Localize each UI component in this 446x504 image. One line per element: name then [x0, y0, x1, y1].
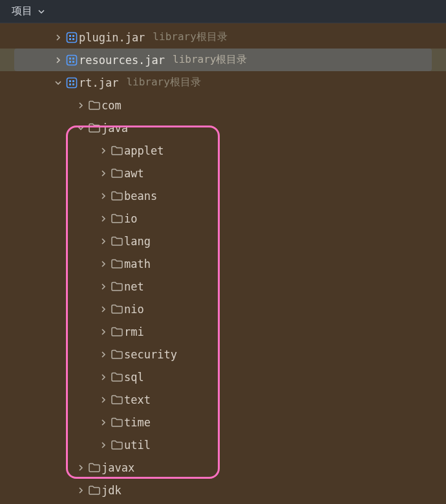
chevron-right-icon[interactable]: [97, 396, 110, 404]
folder-icon: [110, 281, 124, 292]
folder-icon: [110, 214, 124, 224]
folder-icon: [110, 304, 124, 314]
folder-icon: [87, 485, 101, 496]
chevron-right-icon[interactable]: [97, 147, 110, 155]
folder-icon: [110, 259, 124, 269]
chevron-right-icon[interactable]: [97, 419, 110, 426]
tree-row-plugin-jar[interactable]: plugin.jar library根目录: [0, 26, 446, 49]
jar-hint: library根目录: [126, 76, 200, 89]
panel-header[interactable]: 项目: [0, 0, 446, 23]
svg-rect-9: [72, 61, 74, 63]
tree-row-awt[interactable]: awt: [0, 162, 446, 184]
chevron-right-icon[interactable]: [97, 305, 110, 313]
chevron-right-icon[interactable]: [97, 260, 110, 268]
svg-rect-0: [67, 32, 77, 42]
tree-row-jdk[interactable]: jdk: [0, 479, 446, 501]
folder-icon: [110, 168, 124, 179]
chevron-right-icon[interactable]: [97, 215, 110, 223]
svg-rect-6: [69, 58, 71, 60]
tree-row-applet[interactable]: applet: [0, 139, 446, 162]
folder-icon: [110, 191, 124, 201]
tree-row-nio[interactable]: nio: [0, 298, 446, 320]
svg-rect-4: [72, 38, 74, 40]
tree-row-com[interactable]: com: [0, 94, 446, 116]
jar-hint: library根目录: [153, 30, 227, 44]
tree-row-rmi[interactable]: rmi: [0, 320, 446, 343]
jar-label: rt.jar: [79, 76, 118, 89]
tree-row-rt-jar[interactable]: rt.jar library根目录: [0, 71, 446, 94]
folder-icon: [87, 463, 101, 473]
tree-row-javax[interactable]: javax: [0, 456, 446, 479]
tree-row-io[interactable]: io: [0, 207, 446, 230]
chevron-right-icon[interactable]: [97, 283, 110, 290]
folder-icon: [110, 395, 124, 405]
folder-icon: [110, 236, 124, 247]
tree-row-net[interactable]: net: [0, 275, 446, 298]
folder-label: beans: [124, 190, 157, 203]
chevron-right-icon[interactable]: [74, 102, 87, 109]
project-panel: 项目 plugin.jar library根目录: [0, 0, 446, 504]
folder-icon: [110, 417, 124, 428]
tree-row-text[interactable]: text: [0, 388, 446, 411]
tree-row-resources-jar[interactable]: resources.jar library根目录: [0, 49, 446, 71]
folder-label: lang: [124, 235, 151, 248]
folder-label: io: [124, 212, 137, 225]
folder-label: javax: [101, 461, 134, 474]
chevron-right-icon[interactable]: [97, 351, 110, 358]
svg-rect-1: [69, 35, 71, 37]
tree-row-beans[interactable]: beans: [0, 184, 446, 207]
jar-label: resources.jar: [79, 54, 165, 67]
jar-icon: [65, 32, 79, 43]
tree-body: plugin.jar library根目录 resources.jar libr…: [0, 23, 446, 504]
folder-label: com: [101, 99, 122, 112]
tree-row-time[interactable]: time: [0, 411, 446, 433]
folder-icon: [87, 123, 101, 133]
jar-icon: [65, 54, 79, 66]
folder-label: time: [124, 416, 151, 429]
jar-label: plugin.jar: [79, 31, 145, 44]
tree-row-util[interactable]: util: [0, 433, 446, 456]
chevron-right-icon[interactable]: [74, 464, 87, 472]
folder-label: security: [124, 348, 177, 361]
chevron-down-icon[interactable]: [74, 124, 87, 132]
tree-row-sql[interactable]: sql: [0, 366, 446, 388]
chevron-right-icon[interactable]: [97, 441, 110, 449]
chevron-right-icon[interactable]: [52, 56, 65, 64]
folder-icon: [110, 372, 124, 382]
folder-icon: [110, 327, 124, 337]
svg-rect-10: [67, 78, 77, 87]
folder-icon: [110, 349, 124, 360]
chevron-right-icon[interactable]: [97, 328, 110, 336]
chevron-right-icon[interactable]: [97, 373, 110, 381]
folder-label: util: [124, 439, 151, 452]
tree-row-math[interactable]: math: [0, 252, 446, 275]
folder-label: awt: [124, 167, 144, 180]
folder-label: net: [124, 280, 144, 293]
svg-rect-14: [72, 83, 74, 85]
chevron-right-icon[interactable]: [97, 192, 110, 200]
folder-label: applet: [124, 144, 164, 157]
svg-rect-11: [69, 80, 71, 82]
chevron-right-icon[interactable]: [97, 237, 110, 245]
folder-label: sql: [124, 371, 144, 384]
folder-label: rmi: [124, 325, 144, 338]
chevron-right-icon[interactable]: [74, 487, 87, 494]
panel-title: 项目: [12, 5, 32, 18]
folder-label: java: [101, 122, 128, 135]
svg-rect-5: [67, 55, 77, 65]
svg-rect-8: [69, 61, 71, 63]
tree-row-security[interactable]: security: [0, 343, 446, 366]
tree-row-lang[interactable]: lang: [0, 230, 446, 252]
tree-row-java[interactable]: java: [0, 116, 446, 139]
svg-rect-13: [69, 83, 71, 85]
svg-rect-12: [72, 80, 74, 82]
folder-icon: [87, 100, 101, 111]
jar-hint: library根目录: [173, 53, 247, 67]
svg-rect-7: [72, 58, 74, 60]
folder-icon: [110, 146, 124, 156]
folder-label: math: [124, 257, 151, 270]
chevron-right-icon[interactable]: [52, 34, 65, 41]
chevron-right-icon[interactable]: [97, 170, 110, 177]
folder-label: nio: [124, 303, 144, 316]
chevron-down-icon[interactable]: [52, 79, 65, 87]
